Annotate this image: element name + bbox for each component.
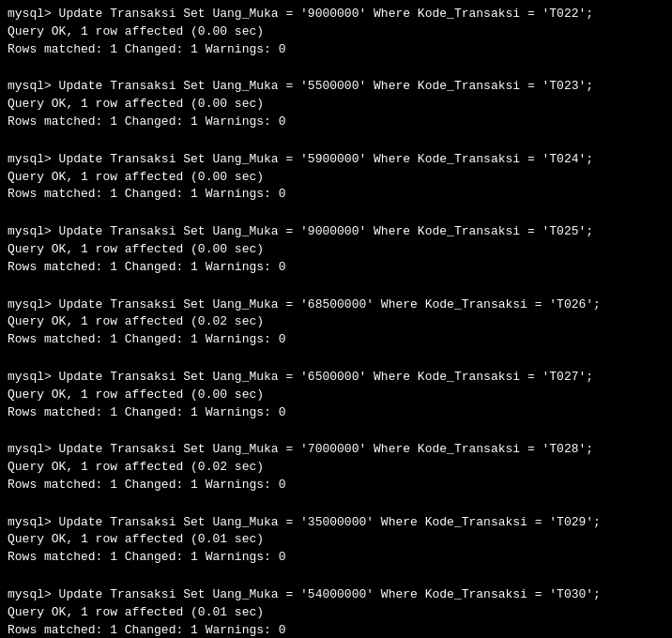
prompt-line: mysql> Update Transaksi Set Uang_Muka = … — [8, 223, 664, 241]
terminal-block: mysql> Update Transaksi Set Uang_Muka = … — [8, 369, 664, 422]
result-line-2: Rows matched: 1 Changed: 1 Warnings: 0 — [8, 41, 664, 59]
result-line-1: Query OK, 1 row affected (0.01 sec) — [8, 531, 664, 549]
prompt-line: mysql> Update Transaksi Set Uang_Muka = … — [8, 441, 664, 459]
result-line-1: Query OK, 1 row affected (0.00 sec) — [8, 387, 664, 404]
terminal-block: mysql> Update Transaksi Set Uang_Muka = … — [8, 151, 664, 205]
spacer — [8, 133, 664, 151]
result-line-1: Query OK, 1 row affected (0.02 sec) — [8, 459, 664, 477]
result-line-1: Query OK, 1 row affected (0.00 sec) — [8, 241, 664, 259]
result-line-2: Rows matched: 1 Changed: 1 Warnings: 0 — [8, 549, 664, 567]
prompt-line: mysql> Update Transaksi Set Uang_Muka = … — [8, 78, 664, 96]
terminal-block: mysql> Update Transaksi Set Uang_Muka = … — [8, 514, 664, 568]
prompt-line: mysql> Update Transaksi Set Uang_Muka = … — [8, 514, 664, 532]
spacer — [8, 205, 664, 223]
result-line-2: Rows matched: 1 Changed: 1 Warnings: 0 — [8, 186, 664, 204]
result-line-1: Query OK, 1 row affected (0.01 sec) — [8, 604, 664, 622]
result-line-2: Rows matched: 1 Changed: 1 Warnings: 0 — [8, 622, 664, 638]
spacer — [8, 351, 664, 369]
spacer — [8, 569, 664, 586]
terminal-block: mysql> Update Transaksi Set Uang_Muka = … — [8, 441, 664, 494]
terminal-block: mysql> Update Transaksi Set Uang_Muka = … — [8, 586, 664, 638]
terminal-block: mysql> Update Transaksi Set Uang_Muka = … — [8, 296, 664, 350]
result-line-1: Query OK, 1 row affected (0.00 sec) — [8, 169, 664, 187]
terminal-block: mysql> Update Transaksi Set Uang_Muka = … — [8, 6, 664, 59]
result-line-1: Query OK, 1 row affected (0.00 sec) — [8, 96, 664, 114]
terminal-block: mysql> Update Transaksi Set Uang_Muka = … — [8, 78, 664, 131]
result-line-2: Rows matched: 1 Changed: 1 Warnings: 0 — [8, 404, 664, 422]
prompt-line: mysql> Update Transaksi Set Uang_Muka = … — [8, 296, 664, 314]
prompt-line: mysql> Update Transaksi Set Uang_Muka = … — [8, 151, 664, 169]
result-line-2: Rows matched: 1 Changed: 1 Warnings: 0 — [8, 331, 664, 349]
result-line-2: Rows matched: 1 Changed: 1 Warnings: 0 — [8, 114, 664, 131]
spacer — [8, 279, 664, 296]
result-line-2: Rows matched: 1 Changed: 1 Warnings: 0 — [8, 259, 664, 277]
terminal: mysql> Update Transaksi Set Uang_Muka = … — [8, 6, 664, 638]
spacer — [8, 423, 664, 441]
terminal-block: mysql> Update Transaksi Set Uang_Muka = … — [8, 223, 664, 277]
prompt-line: mysql> Update Transaksi Set Uang_Muka = … — [8, 6, 664, 23]
prompt-line: mysql> Update Transaksi Set Uang_Muka = … — [8, 369, 664, 387]
spacer — [8, 61, 664, 79]
spacer — [8, 496, 664, 514]
result-line-2: Rows matched: 1 Changed: 1 Warnings: 0 — [8, 477, 664, 494]
prompt-line: mysql> Update Transaksi Set Uang_Muka = … — [8, 586, 664, 604]
result-line-1: Query OK, 1 row affected (0.02 sec) — [8, 313, 664, 331]
result-line-1: Query OK, 1 row affected (0.00 sec) — [8, 23, 664, 41]
